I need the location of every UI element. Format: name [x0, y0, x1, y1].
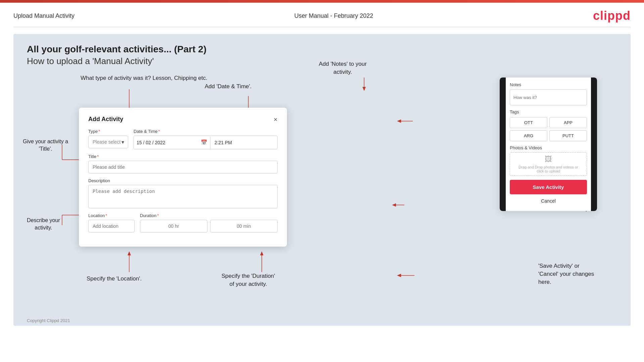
svg-marker-19: [362, 87, 366, 91]
duration-min-input[interactable]: [210, 220, 278, 232]
svg-marker-23: [392, 203, 396, 207]
header-left: Upload Manual Activity: [13, 12, 75, 19]
add-activity-dialog: Add Activity × Type* Please select Date …: [79, 108, 287, 247]
location-label: Location*: [88, 213, 135, 218]
upload-icon: 🖼: [545, 155, 552, 164]
duration-label: Duration*: [140, 213, 278, 218]
form-row-type-datetime: Type* Please select Date & Time* 📅: [88, 129, 278, 149]
duration-group: Duration*: [140, 213, 278, 232]
duration-hr-input[interactable]: [140, 220, 207, 232]
description-textarea[interactable]: [88, 185, 278, 208]
phone-right-bar: [591, 77, 597, 211]
annotation-save: 'Save Activity' or'Cancel' your changesh…: [538, 262, 612, 286]
header-divider: [13, 27, 631, 27]
top-bar: [0, 0, 644, 3]
dialog-title: Add Activity: [88, 116, 123, 123]
title-group: Title*: [88, 154, 278, 173]
title-label: Title*: [88, 154, 278, 159]
location-group: Location*: [88, 213, 135, 232]
logo: clippd: [593, 9, 631, 23]
header-center: User Manual - February 2022: [294, 12, 373, 19]
notes-label: Notes: [510, 82, 587, 87]
annotation-give-title: Give your activity a'Title'.: [23, 138, 68, 153]
date-time-group: 📅: [134, 136, 278, 149]
upload-box[interactable]: 🖼 Drag and Drop photos and videos orclic…: [510, 152, 587, 176]
photos-label: Photos & Videos: [510, 145, 587, 150]
type-group: Type* Please select: [88, 129, 128, 149]
location-input[interactable]: [88, 220, 135, 232]
main-content: All your golf-relevant activities... (Pa…: [13, 34, 631, 326]
type-label: Type*: [88, 129, 128, 134]
tag-app[interactable]: APP: [549, 117, 587, 128]
svg-marker-14: [128, 251, 131, 255]
upload-text: Drag and Drop photos and videos orclick …: [518, 165, 578, 173]
svg-marker-21: [397, 119, 401, 123]
tags-label: Tags: [510, 109, 587, 114]
svg-marker-17: [260, 251, 263, 255]
annotation-location: Specify the 'Location'.: [87, 275, 142, 283]
tag-arg[interactable]: ARG: [510, 130, 547, 141]
annotation-describe: Describe youractivity.: [27, 217, 60, 232]
calendar-icon: 📅: [198, 136, 210, 149]
header: Upload Manual Activity User Manual - Feb…: [0, 3, 644, 27]
annotation-datetime: Add 'Date & Time'.: [205, 83, 252, 91]
duration-inputs: [140, 220, 278, 232]
type-select-wrapper: Please select: [88, 136, 128, 148]
tags-grid: OTT APP ARG PUTT: [510, 117, 587, 141]
annotation-notes: Add 'Notes' to youractivity.: [319, 60, 367, 76]
phone-content: Notes Tags OTT APP ARG PUTT Photos & Vid…: [506, 77, 591, 211]
copyright: Copyright Clippd 2021: [27, 318, 70, 323]
cancel-button[interactable]: Cancel: [510, 197, 587, 206]
phone-left-bar: [500, 77, 506, 211]
description-group: Description: [88, 178, 278, 208]
section-title: All your golf-relevant activities... (Pa…: [27, 44, 617, 55]
annotation-type: What type of activity was it? Lesson, Ch…: [81, 74, 207, 82]
annotation-duration: Specify the 'Duration'of your activity.: [221, 272, 275, 288]
phone-panel: Notes Tags OTT APP ARG PUTT Photos & Vid…: [500, 77, 597, 211]
close-button[interactable]: ×: [274, 116, 278, 123]
date-input[interactable]: [134, 137, 198, 149]
tag-ott[interactable]: OTT: [510, 117, 547, 128]
form-row-location-duration: Location* Duration*: [88, 213, 278, 232]
dialog-header: Add Activity ×: [88, 116, 278, 123]
description-label: Description: [88, 178, 278, 183]
datetime-label: Date & Time*: [134, 129, 278, 134]
notes-input[interactable]: [510, 89, 587, 105]
title-input[interactable]: [88, 161, 278, 173]
svg-marker-25: [397, 274, 401, 277]
time-input[interactable]: [210, 137, 277, 149]
save-activity-button[interactable]: Save Activity: [510, 180, 587, 194]
type-select[interactable]: Please select: [88, 136, 128, 148]
tag-putt[interactable]: PUTT: [549, 130, 587, 141]
datetime-group: Date & Time* 📅: [134, 129, 278, 149]
